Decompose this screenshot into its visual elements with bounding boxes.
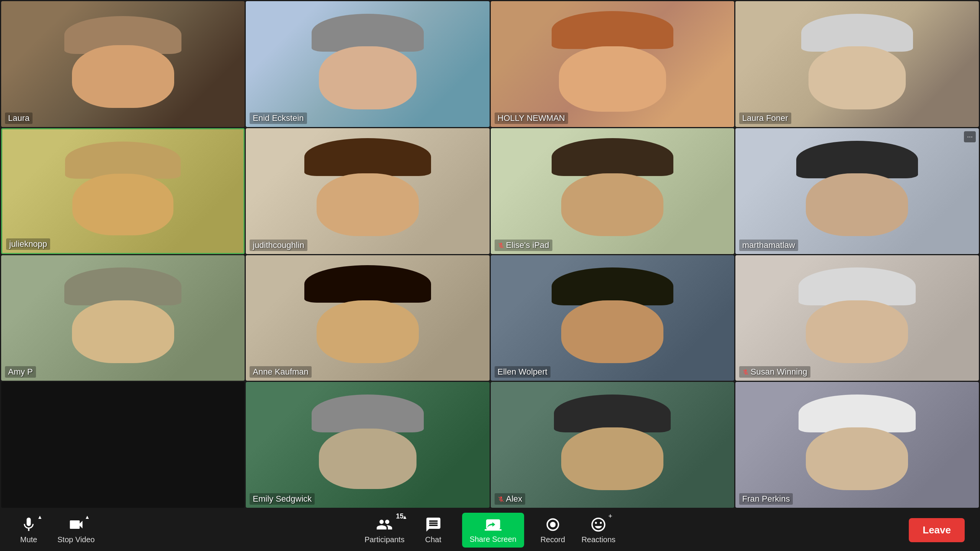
mute-chevron[interactable]: ▲ (37, 514, 42, 520)
toolbar-left: ▲ Mute ▲ Stop Video (15, 516, 95, 544)
more-options-button[interactable]: ··· (964, 131, 976, 142)
video-cell-laura[interactable]: Laura (1, 1, 245, 127)
video-cell-anne[interactable]: Anne Kaufman (246, 255, 489, 381)
name-label-julie: julieknopp (6, 238, 50, 250)
name-label-alex: Alex (495, 493, 526, 505)
stop-video-label: Stop Video (57, 535, 95, 544)
video-cell-enid[interactable]: Enid Eckstein (246, 1, 489, 127)
video-cell-elise[interactable]: Elise's iPad (491, 128, 734, 254)
video-cell-martha[interactable]: ··· marthamatlaw (735, 128, 979, 254)
chat-label: Chat (425, 535, 441, 544)
name-label-laura: Laura (5, 112, 33, 124)
name-label-judith: judithcoughlin (250, 240, 307, 251)
leave-button[interactable]: Leave (909, 518, 965, 542)
name-label-amyp: Amy P (5, 366, 36, 378)
name-label-fran: Fran Perkins (739, 493, 793, 505)
empty-cell (1, 382, 245, 508)
name-label-ellen: Ellen Wolpert (495, 366, 550, 378)
participants-icon (376, 516, 393, 533)
svg-point-1 (550, 522, 556, 527)
video-chevron[interactable]: ▲ (85, 514, 90, 520)
toolbar: ▲ Mute ▲ Stop Video 15 ▲ Par (0, 509, 980, 551)
name-label-susan: Susan Winning (739, 366, 810, 378)
video-cell-susan[interactable]: Susan Winning (735, 255, 979, 381)
mute-label: Mute (20, 535, 37, 544)
mute-button[interactable]: ▲ Mute (15, 516, 42, 544)
name-label-martha: marthamatlaw (739, 240, 798, 251)
record-button[interactable]: Record (539, 516, 566, 544)
name-label-holly: HOLLY NEWMAN (495, 112, 568, 124)
video-cell-ellen[interactable]: Ellen Wolpert (491, 255, 734, 381)
video-cell-amyp[interactable]: Amy P (1, 255, 245, 381)
participants-chevron[interactable]: ▲ (402, 514, 408, 520)
participants-button[interactable]: 15 ▲ Participants (364, 516, 405, 544)
video-cell-fran[interactable]: Fran Perkins (735, 382, 979, 508)
reactions-icon (590, 516, 607, 533)
name-label-emily: Emily Sedgwick (250, 493, 315, 505)
toolbar-center: 15 ▲ Participants Chat Share Screen (364, 513, 616, 548)
chat-button[interactable]: Chat (420, 516, 447, 544)
video-cell-emily[interactable]: Emily Sedgwick (246, 382, 489, 508)
video-cell-lauraf[interactable]: Laura Foner (735, 1, 979, 127)
name-label-enid: Enid Eckstein (250, 112, 307, 124)
share-screen-icon (485, 517, 501, 533)
video-grid: Laura Enid Eckstein HOLLY NEWMAN Laura F… (0, 0, 980, 509)
mic-icon (20, 516, 37, 533)
video-cell-julie[interactable]: julieknopp (1, 128, 245, 254)
name-label-elise: Elise's iPad (495, 240, 552, 251)
record-label: Record (541, 535, 565, 544)
video-cell-holly[interactable]: HOLLY NEWMAN (491, 1, 734, 127)
share-screen-label: Share Screen (470, 535, 516, 544)
video-icon (68, 516, 85, 533)
record-icon (544, 516, 561, 533)
name-label-anne: Anne Kaufman (250, 366, 312, 378)
share-screen-button[interactable]: Share Screen (462, 513, 524, 548)
participants-label: Participants (364, 535, 405, 544)
toolbar-right: Leave (909, 518, 965, 542)
video-cell-alex[interactable]: Alex (491, 382, 734, 508)
chat-icon (425, 516, 442, 533)
stop-video-button[interactable]: ▲ Stop Video (57, 516, 95, 544)
reactions-label: Reactions (581, 535, 616, 544)
video-cell-judith[interactable]: judithcoughlin (246, 128, 489, 254)
name-label-lauraf: Laura Foner (739, 112, 791, 124)
reactions-button[interactable]: + Reactions (581, 516, 616, 544)
